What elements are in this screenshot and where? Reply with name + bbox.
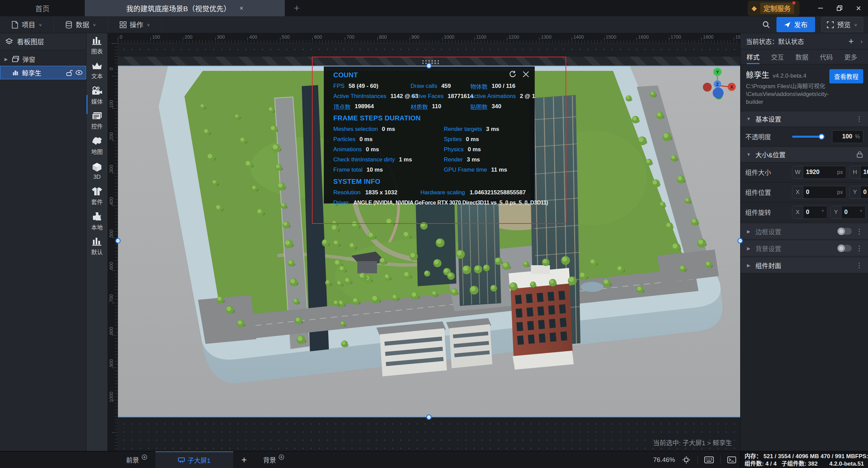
text-crown-icon bbox=[92, 62, 102, 70]
tab-interaction[interactable]: 交互 bbox=[771, 50, 784, 64]
width-input[interactable]: W1920px bbox=[792, 166, 846, 179]
opacity-input[interactable]: 100% bbox=[832, 130, 863, 143]
ruler-vertical: 01002003004005006007008009001000 bbox=[108, 43, 118, 451]
restore-button[interactable] bbox=[830, 0, 849, 16]
add-foreground-icon[interactable] bbox=[142, 454, 147, 460]
app-window: 首页 我的建筑底座场景B（视觉优先） × + ◆ 定制服务 × 项目∨ 数据∨ bbox=[0, 0, 868, 468]
unlock-icon[interactable] bbox=[66, 70, 72, 76]
section-basic-settings[interactable]: ▼基本设置⋮ bbox=[741, 111, 868, 127]
custom-service-button[interactable]: ◆ 定制服务 bbox=[748, 1, 800, 16]
minimize-button[interactable] bbox=[811, 0, 830, 16]
opacity-slider[interactable] bbox=[792, 136, 824, 138]
section-menu-icon[interactable]: ⋮ bbox=[856, 115, 863, 123]
tab-style[interactable]: 样式 bbox=[747, 50, 760, 64]
debug-stats-overlay[interactable]: COUNT FPS58 (49 - 60) Draw calls459 物体数1… bbox=[324, 66, 535, 203]
resize-handle-left[interactable] bbox=[115, 238, 121, 243]
view-tutorial-button[interactable]: 查看教程 bbox=[829, 69, 863, 83]
tab-home[interactable]: 首页 bbox=[0, 0, 85, 16]
rot-y-input[interactable]: Y0° bbox=[830, 206, 866, 219]
background-tab[interactable]: 背景 bbox=[255, 451, 292, 468]
pos-y-input[interactable]: Y0px bbox=[849, 186, 868, 199]
size-row: 组件大小 W1920px H1080px bbox=[741, 162, 868, 182]
zoom-level[interactable]: 76.46% bbox=[653, 456, 675, 464]
rail-item-charts[interactable]: 图表 bbox=[86, 33, 107, 58]
layer-item-popup[interactable]: ▶ 弹窗 bbox=[0, 52, 86, 66]
state-selector[interactable]: 当前状态：默认状态 + › bbox=[741, 33, 868, 50]
popup-window-icon bbox=[12, 56, 19, 62]
publish-button[interactable]: 发布 bbox=[776, 17, 815, 32]
section-component-cover[interactable]: ▶组件封面⋮ bbox=[741, 258, 868, 273]
rail-item-default[interactable]: 默认 bbox=[86, 234, 107, 259]
expand-caret-icon[interactable]: ▶ bbox=[3, 57, 9, 62]
close-overlay-icon[interactable] bbox=[522, 71, 529, 78]
current-selection-status: 当前选中: 子大屏1 > 鲸孪生 bbox=[653, 438, 732, 447]
diamond-icon: ◆ bbox=[752, 4, 757, 12]
resize-handle-right[interactable] bbox=[737, 238, 743, 243]
fit-to-screen-button[interactable] bbox=[680, 456, 692, 464]
section-border-settings[interactable]: ▶边框设置 ⋮ bbox=[741, 224, 868, 239]
expand-states-icon[interactable]: › bbox=[861, 38, 863, 45]
rail-item-local[interactable]: 本地 bbox=[86, 209, 107, 234]
bottom-bar: 前景 子大屏1 + 背景 76.46% bbox=[0, 451, 868, 468]
menu-actions[interactable]: 操作∨ bbox=[108, 16, 162, 33]
resize-handle-bottom[interactable] bbox=[426, 414, 432, 420]
section-size-position[interactable]: ▼大小&位置 bbox=[741, 147, 868, 162]
puzzle-icon bbox=[92, 212, 102, 221]
add-background-icon[interactable] bbox=[279, 454, 284, 460]
close-window-button[interactable]: × bbox=[849, 0, 868, 16]
rail-item-3d[interactable]: 3D bbox=[86, 159, 107, 184]
tab-data[interactable]: 数据 bbox=[795, 50, 808, 64]
bar-chart-icon bbox=[92, 36, 102, 45]
rail-item-kits[interactable]: 套件 bbox=[86, 184, 107, 209]
bar-chart-icon bbox=[92, 237, 102, 246]
rail-item-media[interactable]: 媒体 bbox=[86, 83, 107, 109]
background-toggle[interactable] bbox=[837, 245, 852, 252]
tab-code[interactable]: 代码 bbox=[820, 50, 833, 64]
height-input[interactable]: H1080px bbox=[849, 166, 868, 179]
layers-icon bbox=[5, 38, 13, 45]
lock-icon[interactable] bbox=[857, 151, 863, 158]
shortcut-keyboard-button[interactable] bbox=[703, 456, 715, 463]
new-tab-button[interactable]: + bbox=[285, 0, 309, 16]
video-camera-icon bbox=[92, 86, 102, 95]
performance-status: 内存： 521 / 3554 / 4096 MB 470 / 991 MB FP… bbox=[740, 451, 868, 468]
sub-screen-tab[interactable]: 子大屏1 bbox=[155, 451, 233, 468]
count-grid: FPS58 (49 - 60) Draw calls459 物体数100 / 1… bbox=[333, 81, 535, 112]
resize-handle-top[interactable] bbox=[426, 63, 432, 69]
console-button[interactable] bbox=[726, 456, 737, 463]
add-screen-tab-button[interactable]: + bbox=[233, 451, 255, 468]
editor-canvas[interactable]: 0100200300400500600700800900100011001200… bbox=[108, 33, 740, 451]
search-icon[interactable] bbox=[762, 21, 770, 29]
preview-button[interactable]: 预览∨ bbox=[821, 17, 863, 32]
rail-item-text[interactable]: 文本 bbox=[86, 58, 107, 83]
system-info-section-title: SYSTEM INFO bbox=[333, 178, 535, 186]
rail-item-map[interactable]: 地图 bbox=[86, 134, 107, 159]
opacity-row: 不透明度 100% bbox=[741, 127, 868, 147]
section-menu-icon[interactable]: ⋮ bbox=[856, 244, 863, 252]
add-state-icon[interactable]: + bbox=[848, 36, 853, 46]
section-background-settings[interactable]: ▶背景设置 ⋮ bbox=[741, 241, 868, 256]
menu-data[interactable]: 数据∨ bbox=[54, 16, 108, 33]
tab-more[interactable]: 更多 bbox=[844, 50, 857, 64]
svg-text:Y: Y bbox=[716, 70, 719, 75]
refresh-icon[interactable] bbox=[509, 71, 516, 78]
foreground-tab[interactable]: 前景 bbox=[118, 451, 155, 468]
screen-easel-icon bbox=[178, 457, 185, 463]
pos-x-input[interactable]: X0px bbox=[792, 186, 846, 199]
section-menu-icon[interactable]: ⋮ bbox=[856, 261, 863, 269]
tab-document[interactable]: 我的建筑底座场景B（视觉优先） × bbox=[85, 0, 285, 16]
grid-icon bbox=[120, 21, 126, 28]
menu-project[interactable]: 项目∨ bbox=[0, 16, 54, 33]
paper-plane-icon bbox=[784, 21, 791, 28]
cube-icon bbox=[92, 162, 102, 172]
layer-item-whale-twin[interactable]: ▶ 鲸孪生 bbox=[0, 66, 86, 79]
opacity-slider-knob[interactable] bbox=[818, 134, 825, 140]
rail-item-controls[interactable]: 控件 bbox=[86, 109, 107, 134]
tab-close-icon[interactable]: × bbox=[239, 4, 243, 12]
border-toggle[interactable] bbox=[837, 228, 852, 235]
widget-path: C:\Program Files\山海鲸可视化\CetusView\addons… bbox=[746, 83, 831, 106]
rot-x-input[interactable]: X0° bbox=[792, 206, 827, 219]
visibility-eye-icon[interactable] bbox=[76, 70, 82, 75]
section-menu-icon[interactable]: ⋮ bbox=[856, 227, 863, 235]
axis-gizmo[interactable]: Y Z X bbox=[696, 64, 744, 109]
